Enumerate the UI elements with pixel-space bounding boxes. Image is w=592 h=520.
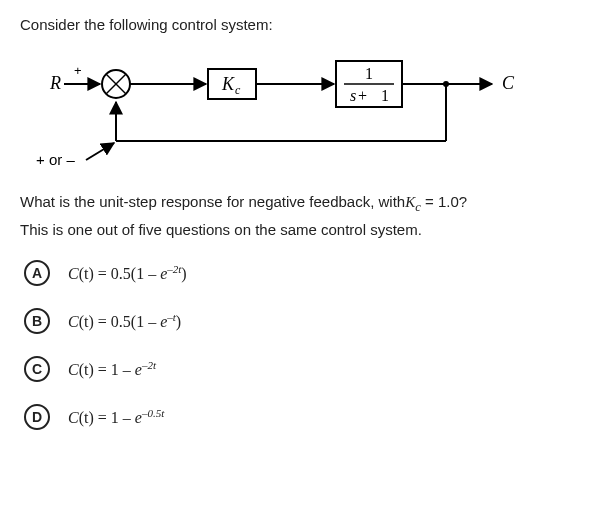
option-d-formula: C(t) = 1 – e–0.5t (68, 407, 164, 427)
sign-selector: + or – (36, 143, 114, 168)
plant-block: 1 s + 1 (336, 61, 402, 107)
question-suffix: = 1.0? (421, 193, 467, 210)
intro-text: Consider the following control system: (20, 16, 572, 33)
option-a[interactable]: A C(t) = 0.5(1 – e–2t) (24, 260, 572, 286)
option-b[interactable]: B C(t) = 0.5(1 – e–t) (24, 308, 572, 334)
option-a-formula: C(t) = 0.5(1 – e–2t) (68, 263, 187, 283)
svg-text:1: 1 (381, 87, 389, 104)
question-prefix: What is the unit-step response for negat… (20, 193, 405, 210)
svg-text:c: c (235, 83, 241, 97)
option-b-formula: C(t) = 0.5(1 – e–t) (68, 311, 181, 331)
option-letter-d: D (24, 404, 50, 430)
option-letter-c: C (24, 356, 50, 382)
question-text: What is the unit-step response for negat… (20, 193, 572, 215)
block-diagram: R + K c 1 s + 1 C + or – (30, 47, 550, 177)
option-letter-b: B (24, 308, 50, 334)
note-text: This is one out of five questions on the… (20, 221, 572, 238)
plus-sign: + (74, 63, 82, 78)
option-letter-a: A (24, 260, 50, 286)
r-label: R (49, 73, 61, 93)
question-kc: K (405, 194, 415, 210)
summing-junction (102, 70, 130, 98)
option-c[interactable]: C C(t) = 1 – e–2t (24, 356, 572, 382)
svg-line-16 (86, 143, 114, 160)
kc-block: K c (208, 69, 256, 99)
option-c-formula: C(t) = 1 – e–2t (68, 359, 156, 379)
svg-text:1: 1 (365, 65, 373, 82)
svg-text:K: K (221, 74, 235, 94)
options-list: A C(t) = 0.5(1 – e–2t) B C(t) = 0.5(1 – … (20, 260, 572, 430)
c-label: C (502, 73, 515, 93)
svg-text:+: + (358, 87, 367, 104)
svg-text:+ or –: + or – (36, 151, 75, 168)
option-d[interactable]: D C(t) = 1 – e–0.5t (24, 404, 572, 430)
svg-text:s: s (350, 87, 356, 104)
